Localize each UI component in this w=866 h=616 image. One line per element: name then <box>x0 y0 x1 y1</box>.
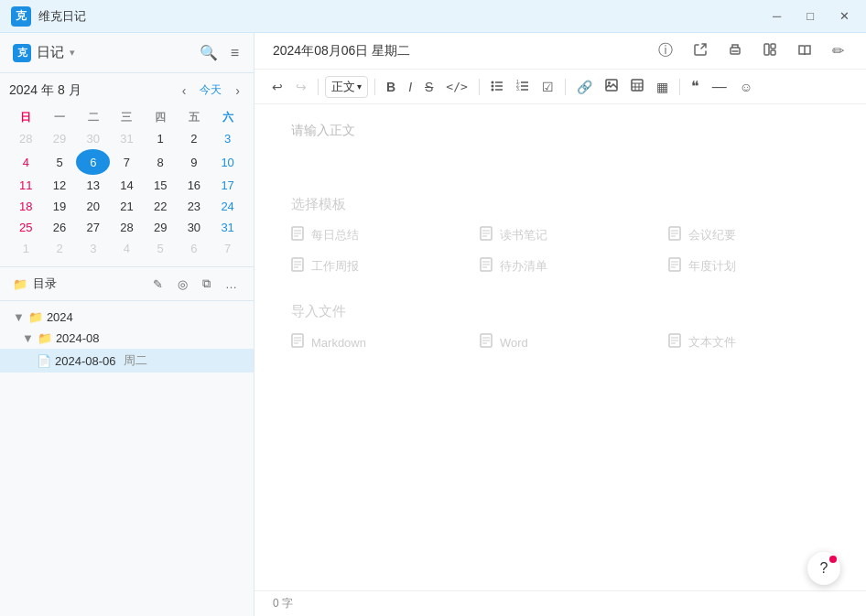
calendar-header: 2024 年 8 月 ‹ 今天 › <box>9 81 244 100</box>
maximize-button[interactable]: □ <box>801 7 819 25</box>
emoji-button[interactable]: ☺ <box>735 77 757 97</box>
strikethrough-button[interactable]: S <box>420 77 438 97</box>
template-reading-notes[interactable]: 读书笔记 <box>480 226 641 244</box>
export-button[interactable] <box>689 39 711 62</box>
svg-rect-2 <box>771 44 775 49</box>
day-30[interactable]: 30 <box>76 128 110 149</box>
more-button[interactable]: … <box>222 275 241 293</box>
diary-label: 日记 <box>37 44 64 61</box>
tree-day[interactable]: 📄 2024-08-06 周二 <box>0 349 254 373</box>
editor-area[interactable]: 请输入正文 选择模板 每日总结 读书笔记 <box>254 104 866 590</box>
day-13[interactable]: 13 <box>76 175 110 196</box>
day-5[interactable]: 5 <box>43 149 77 175</box>
prev-month-button[interactable]: ‹ <box>178 81 191 100</box>
day-28[interactable]: 28 <box>9 128 43 149</box>
day-23[interactable]: 23 <box>178 196 211 217</box>
code-button[interactable]: </> <box>441 77 471 96</box>
image-button[interactable] <box>601 76 622 97</box>
day-27[interactable]: 27 <box>76 217 110 238</box>
day-15[interactable]: 15 <box>144 175 178 196</box>
quote-button[interactable]: ❝ <box>687 75 704 98</box>
template-todo[interactable]: 待办清单 <box>480 257 641 276</box>
day-2[interactable]: 2 <box>178 128 211 149</box>
day-next-5[interactable]: 5 <box>144 238 178 259</box>
link-button[interactable]: 🔗 <box>572 77 597 97</box>
form-button[interactable]: ▦ <box>652 77 673 97</box>
today-button[interactable]: 今天 <box>194 81 227 100</box>
template-annual[interactable]: 年度计划 <box>668 257 829 276</box>
edit-dir-button[interactable]: ✎ <box>149 275 167 293</box>
locate-button[interactable]: ◎ <box>174 275 191 293</box>
weekday-fri: 五 <box>178 107 211 128</box>
day-next-6[interactable]: 6 <box>178 238 211 259</box>
edit-mode-button[interactable]: ✏ <box>828 39 848 62</box>
next-month-button[interactable]: › <box>231 81 244 100</box>
day-3[interactable]: 3 <box>211 128 244 149</box>
day-21[interactable]: 21 <box>110 196 144 217</box>
day-6-today[interactable]: 6 <box>76 149 110 175</box>
day-31b[interactable]: 31 <box>211 217 244 238</box>
day-26[interactable]: 26 <box>43 217 77 238</box>
day-8[interactable]: 8 <box>144 149 178 175</box>
menu-button[interactable]: ≡ <box>229 42 241 63</box>
word-count: 0 字 <box>273 596 293 611</box>
day-29[interactable]: 29 <box>43 128 77 149</box>
print-button[interactable] <box>724 39 746 62</box>
toolbar-divider-1 <box>318 79 319 95</box>
import-markdown[interactable]: Markdown <box>291 333 452 351</box>
day-16[interactable]: 16 <box>178 175 211 196</box>
divider-button[interactable]: — <box>708 76 731 98</box>
calendar-navigation: ‹ 今天 › <box>178 81 244 100</box>
tree-year[interactable]: ▼ 📁 2024 <box>0 307 254 328</box>
day-12[interactable]: 12 <box>43 175 77 196</box>
redo-button[interactable]: ↪ <box>291 77 311 97</box>
undo-button[interactable]: ↩ <box>267 77 287 97</box>
day-next-7[interactable]: 7 <box>211 238 244 259</box>
close-button[interactable]: ✕ <box>834 7 855 25</box>
day-9[interactable]: 9 <box>178 149 211 175</box>
table-button[interactable] <box>626 76 648 97</box>
day-29b[interactable]: 29 <box>144 217 178 238</box>
day-18[interactable]: 18 <box>9 196 43 217</box>
day-next-1[interactable]: 1 <box>9 238 43 259</box>
template-weekly[interactable]: 工作周报 <box>291 257 452 276</box>
day-30b[interactable]: 30 <box>178 217 211 238</box>
bullet-list-button[interactable] <box>486 76 508 97</box>
text-style-select[interactable]: 正文 ▾ <box>325 76 368 98</box>
day-next-3[interactable]: 3 <box>76 238 110 259</box>
minimize-button[interactable]: ─ <box>767 7 786 25</box>
day-7[interactable]: 7 <box>110 149 144 175</box>
copy-button[interactable]: ⧉ <box>199 275 214 293</box>
import-text[interactable]: 文本文件 <box>668 333 829 351</box>
weekday-wed: 三 <box>110 107 144 128</box>
checklist-button[interactable]: ☑ <box>537 77 558 97</box>
day-19[interactable]: 19 <box>43 196 77 217</box>
day-31[interactable]: 31 <box>110 128 144 149</box>
read-mode-button[interactable] <box>794 39 816 62</box>
day-25[interactable]: 25 <box>9 217 43 238</box>
import-word[interactable]: Word <box>480 333 641 351</box>
day-24[interactable]: 24 <box>211 196 244 217</box>
day-1[interactable]: 1 <box>144 128 178 149</box>
template-daily-summary[interactable]: 每日总结 <box>291 226 452 244</box>
info-button[interactable]: ⓘ <box>655 39 677 62</box>
day-17[interactable]: 17 <box>211 175 244 196</box>
day-next-4[interactable]: 4 <box>110 238 144 259</box>
day-14[interactable]: 14 <box>110 175 144 196</box>
ordered-list-button[interactable]: 1. 2. 3. <box>512 76 534 97</box>
search-button[interactable]: 🔍 <box>198 42 220 63</box>
italic-button[interactable]: I <box>404 77 417 97</box>
folder-icon: 📁 <box>13 277 27 291</box>
day-4[interactable]: 4 <box>9 149 43 175</box>
bold-button[interactable]: B <box>382 77 400 97</box>
tree-month[interactable]: ▼ 📁 2024-08 <box>0 328 254 349</box>
day-10[interactable]: 10 <box>211 149 244 175</box>
day-11[interactable]: 11 <box>9 175 43 196</box>
template-meeting[interactable]: 会议纪要 <box>668 226 829 244</box>
day-28b[interactable]: 28 <box>110 217 144 238</box>
help-button[interactable]: ? <box>807 552 840 585</box>
layout-button[interactable] <box>759 39 781 62</box>
day-22[interactable]: 22 <box>144 196 178 217</box>
day-next-2[interactable]: 2 <box>43 238 77 259</box>
day-20[interactable]: 20 <box>76 196 110 217</box>
